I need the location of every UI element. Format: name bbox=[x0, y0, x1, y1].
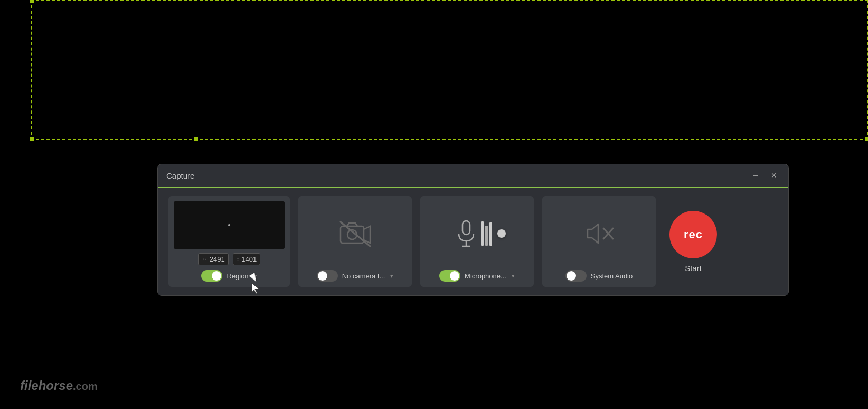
watermark: filehorse.com bbox=[20, 378, 98, 393]
region-dimensions: ↔ 2491 ↕ 1401 bbox=[198, 253, 260, 265]
capture-dialog: Capture − × ↔ 2491 ↕ 1401 bbox=[157, 164, 789, 296]
camera-label: No camera f... bbox=[342, 272, 385, 280]
region-card: ↔ 2491 ↕ 1401 Region ▾ bbox=[168, 196, 290, 287]
mic-card: Microphone... ▾ bbox=[420, 196, 534, 287]
selection-rectangle bbox=[31, 0, 868, 140]
vu-bar-2 bbox=[485, 226, 488, 246]
camera-footer: No camera f... ▾ bbox=[304, 270, 407, 282]
mic-footer: Microphone... ▾ bbox=[426, 270, 529, 282]
dialog-title: Capture bbox=[166, 171, 194, 180]
resize-handle-top-left[interactable] bbox=[29, 0, 34, 4]
height-box[interactable]: ↕ 1401 bbox=[233, 253, 260, 265]
resize-handle-bottom-right[interactable] bbox=[864, 136, 868, 142]
camera-dropdown-arrow[interactable]: ▾ bbox=[390, 273, 393, 280]
resize-handle-bottom-left[interactable] bbox=[29, 136, 34, 142]
sysaudio-card: System Audio bbox=[542, 196, 656, 287]
microphone-icon bbox=[457, 220, 476, 247]
camera-toggle-knob bbox=[318, 271, 327, 281]
vu-meter bbox=[481, 221, 492, 246]
sysaudio-label: System Audio bbox=[591, 272, 633, 280]
region-preview bbox=[174, 201, 285, 249]
height-arrow: ↕ bbox=[237, 256, 240, 262]
svg-rect-0 bbox=[341, 226, 364, 243]
svg-rect-3 bbox=[463, 221, 470, 235]
region-dropdown-arrow[interactable]: ▾ bbox=[254, 273, 257, 280]
height-value: 1401 bbox=[241, 255, 257, 263]
title-buttons: − × bbox=[750, 170, 780, 181]
dialog-body: ↔ 2491 ↕ 1401 Region ▾ bbox=[158, 188, 788, 295]
minimize-button[interactable]: − bbox=[750, 170, 762, 181]
region-footer: Region ▾ bbox=[174, 270, 285, 282]
camera-card: .cam-stroke{stroke:#666;stroke-width:3;f… bbox=[298, 196, 412, 287]
start-label[interactable]: Start bbox=[685, 264, 702, 273]
mic-toggle-knob bbox=[450, 271, 459, 281]
close-button[interactable]: × bbox=[768, 170, 780, 181]
sysaudio-toggle[interactable] bbox=[565, 270, 587, 282]
camera-off-icon: .cam-stroke{stroke:#666;stroke-width:3;f… bbox=[338, 220, 372, 247]
watermark-suffix: .com bbox=[73, 380, 98, 392]
region-toggle[interactable] bbox=[201, 270, 222, 282]
mic-area bbox=[426, 220, 529, 247]
region-label: Region bbox=[227, 272, 248, 280]
region-toggle-knob bbox=[212, 271, 221, 281]
camera-toggle[interactable] bbox=[317, 270, 338, 282]
speaker-muted-icon bbox=[582, 220, 616, 247]
width-value: 2491 bbox=[210, 255, 225, 263]
vu-bar-1 bbox=[481, 221, 484, 246]
region-center-dot bbox=[228, 224, 230, 226]
dialog-titlebar: Capture − × bbox=[158, 164, 788, 188]
rec-button[interactable]: rec bbox=[669, 211, 717, 258]
rec-button-wrap: rec Start bbox=[669, 211, 717, 273]
width-arrow: ↔ bbox=[202, 256, 207, 262]
vu-bar-3 bbox=[489, 222, 492, 246]
mic-icon-area bbox=[426, 201, 529, 266]
sysaudio-footer: System Audio bbox=[548, 270, 650, 282]
resize-handle-bottom-mid[interactable] bbox=[193, 136, 199, 142]
mic-label: Microphone... bbox=[465, 272, 506, 280]
width-box[interactable]: ↔ 2491 bbox=[198, 253, 229, 265]
volume-slider-thumb[interactable] bbox=[497, 229, 506, 238]
mic-toggle[interactable] bbox=[439, 270, 460, 282]
watermark-text: filehorse bbox=[20, 378, 73, 393]
camera-icon-area: .cam-stroke{stroke:#666;stroke-width:3;f… bbox=[304, 201, 407, 266]
mic-dropdown-arrow[interactable]: ▾ bbox=[512, 273, 515, 280]
sysaudio-toggle-knob bbox=[567, 271, 576, 281]
sysaudio-icon-area bbox=[548, 201, 650, 266]
